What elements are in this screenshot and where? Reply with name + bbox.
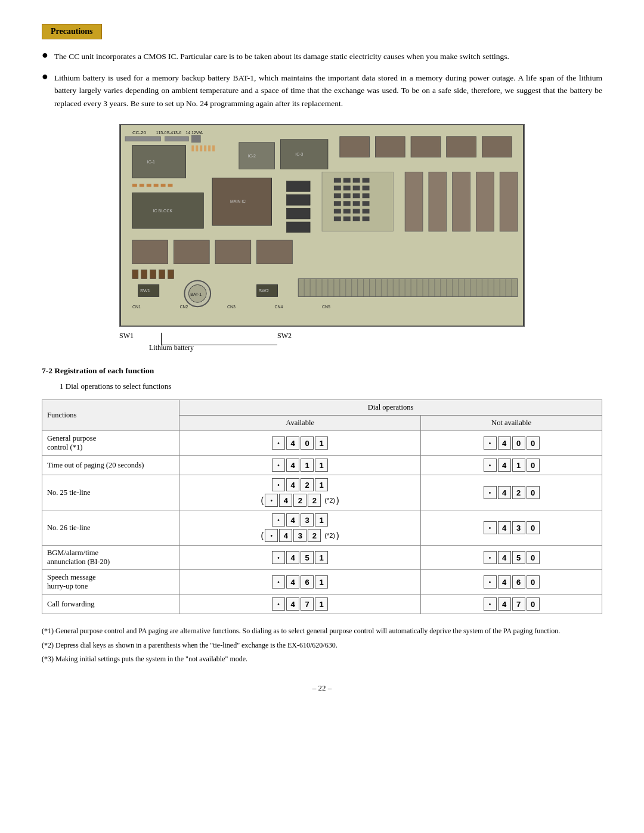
svg-rect-55 xyxy=(363,202,370,206)
svg-rect-12 xyxy=(200,145,202,151)
svg-rect-58 xyxy=(353,209,360,214)
svg-rect-44 xyxy=(334,186,341,191)
svg-text:CN5: CN5 xyxy=(322,305,330,309)
svg-rect-53 xyxy=(343,202,351,206)
svg-rect-72 xyxy=(257,240,293,264)
dial-operations-table: Functions Dial operations Available Not … xyxy=(42,400,602,614)
svg-rect-71 xyxy=(215,240,251,264)
lithium-label: Lithium battery xyxy=(149,343,194,352)
not-available-cell: •420 xyxy=(421,475,602,510)
svg-rect-59 xyxy=(363,209,370,214)
svg-rect-25 xyxy=(132,184,137,187)
svg-rect-7 xyxy=(191,135,200,143)
svg-rect-24 xyxy=(482,137,512,157)
svg-text:IC-2: IC-2 xyxy=(248,154,256,158)
not-available-cell: •410 xyxy=(421,456,602,475)
svg-rect-15 xyxy=(212,145,215,151)
svg-rect-57 xyxy=(343,209,351,214)
svg-rect-38 xyxy=(286,222,310,233)
available-cell: •471 xyxy=(179,594,421,614)
available-cell: •431(•432(*2)) xyxy=(179,510,421,546)
svg-text:BAT-1: BAT-1 xyxy=(190,293,202,297)
svg-rect-18 xyxy=(280,140,328,169)
table-row: General purpose control (*1) xyxy=(42,431,179,456)
bullet-item-1: ● The CC unit incorporates a CMOS IC. Pa… xyxy=(42,50,602,63)
table-row: No. 25 tie-line xyxy=(42,475,179,510)
available-cell: •461 xyxy=(179,570,421,594)
svg-rect-56 xyxy=(334,209,341,214)
pcb-diagram: CC-20 115-0S-413-6 14 12V/A IC-1 IC-2 IC… xyxy=(119,124,525,327)
svg-rect-51 xyxy=(363,194,370,199)
footnote-3: (*3) Making initial settings puts the sy… xyxy=(42,653,602,665)
table-row: Call forwarding xyxy=(42,594,179,614)
col-dial-ops-header: Dial operations xyxy=(179,400,602,416)
svg-text:115-0S-413-6: 115-0S-413-6 xyxy=(156,131,182,135)
svg-rect-69 xyxy=(132,240,168,264)
svg-rect-43 xyxy=(363,178,370,183)
svg-text:CN2: CN2 xyxy=(179,305,188,309)
svg-rect-40 xyxy=(334,178,341,183)
svg-rect-63 xyxy=(363,216,370,221)
precautions-label: Precautions xyxy=(42,24,102,39)
svg-rect-21 xyxy=(375,137,405,157)
table-row: Speech messagehurry-up tone xyxy=(42,570,179,594)
svg-rect-22 xyxy=(411,137,441,157)
col-not-available-header: Not available xyxy=(421,416,602,431)
table-row: No. 26 tie-line xyxy=(42,510,179,546)
svg-rect-27 xyxy=(147,184,151,187)
not-available-cell: •450 xyxy=(421,546,602,570)
precautions-button: Precautions xyxy=(42,24,602,50)
available-cell: •411 xyxy=(179,456,421,475)
table-row: Time out of paging (20 seconds) xyxy=(42,456,179,475)
svg-rect-117 xyxy=(132,270,138,279)
svg-rect-54 xyxy=(353,202,360,206)
available-cell: •401 xyxy=(179,431,421,456)
svg-rect-42 xyxy=(353,178,360,183)
svg-text:SW1: SW1 xyxy=(140,289,151,294)
svg-rect-48 xyxy=(334,194,341,199)
svg-rect-13 xyxy=(204,145,206,151)
svg-rect-30 xyxy=(168,184,173,187)
svg-rect-11 xyxy=(196,145,198,151)
svg-rect-20 xyxy=(340,137,370,157)
section-72: 7-2 Registration of each function 1 Dial… xyxy=(42,366,602,614)
svg-rect-47 xyxy=(363,186,370,191)
svg-rect-16 xyxy=(239,143,275,169)
svg-rect-61 xyxy=(343,216,351,221)
svg-rect-29 xyxy=(161,184,166,187)
svg-rect-6 xyxy=(165,137,189,141)
svg-rect-46 xyxy=(353,186,360,191)
svg-rect-35 xyxy=(286,181,310,192)
svg-text:IC BLOCK: IC BLOCK xyxy=(153,209,173,213)
sw1-label: SW1 xyxy=(119,332,134,340)
svg-rect-8 xyxy=(132,145,185,178)
svg-rect-65 xyxy=(429,172,447,231)
svg-rect-118 xyxy=(141,270,147,279)
svg-rect-64 xyxy=(405,172,423,231)
table-row: BGM/alarm/timeannunciation (BI-20) xyxy=(42,546,179,570)
not-available-cell: •400 xyxy=(421,431,602,456)
svg-rect-49 xyxy=(343,194,351,199)
bullet-item-2: ● Lithium battery is used for a memory b… xyxy=(42,72,602,110)
svg-rect-41 xyxy=(343,178,351,183)
svg-rect-62 xyxy=(353,216,360,221)
svg-rect-5 xyxy=(125,137,161,141)
available-cell: •421(•422(*2)) xyxy=(179,475,421,510)
bullet-section: ● The CC unit incorporates a CMOS IC. Pa… xyxy=(42,50,602,110)
svg-rect-70 xyxy=(174,240,209,264)
svg-text:14 12V/A: 14 12V/A xyxy=(185,131,203,135)
svg-rect-26 xyxy=(140,184,144,187)
col-functions-header: Functions xyxy=(42,400,179,431)
svg-text:CN4: CN4 xyxy=(274,305,283,309)
bullet-dot-2: ● xyxy=(42,70,48,83)
sw2-label: SW2 xyxy=(277,332,292,340)
col-available-header: Available xyxy=(179,416,421,431)
section-title: 7-2 Registration of each function xyxy=(42,366,602,376)
available-cell: •451 xyxy=(179,546,421,570)
svg-rect-23 xyxy=(447,137,476,157)
page-number: – 22 – xyxy=(42,683,602,693)
svg-text:SW2: SW2 xyxy=(259,289,270,294)
not-available-cell: •460 xyxy=(421,570,602,594)
svg-rect-121 xyxy=(168,270,174,279)
bullet-text-1: The CC unit incorporates a CMOS IC. Part… xyxy=(54,50,509,63)
